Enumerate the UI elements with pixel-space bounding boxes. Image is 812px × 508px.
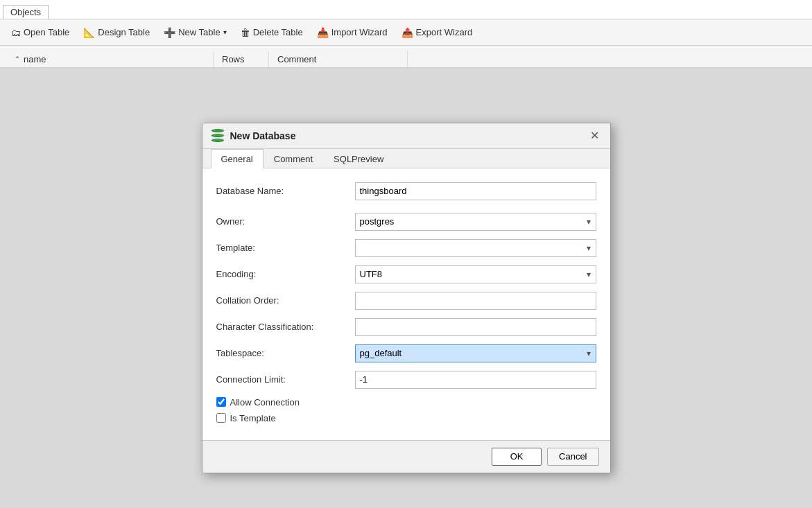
design-table-button[interactable]: 📐 Design Table xyxy=(78,25,155,40)
main-content: New Database ✕ General Comment SQLPrevie… xyxy=(0,68,812,508)
encoding-label: Encoding: xyxy=(216,269,355,279)
new-table-label: New Table xyxy=(178,27,220,37)
template-control xyxy=(355,239,596,257)
name-column-header[interactable]: name xyxy=(6,51,214,67)
is-template-checkbox[interactable] xyxy=(216,413,226,423)
allow-connection-label[interactable]: Allow Connection xyxy=(230,397,300,408)
modal-overlay: New Database ✕ General Comment SQLPrevie… xyxy=(0,68,812,508)
owner-select[interactable]: postgres xyxy=(355,213,596,231)
character-classification-input[interactable] xyxy=(355,318,596,336)
template-select[interactable] xyxy=(355,239,596,257)
connection-limit-input[interactable] xyxy=(355,371,596,389)
owner-row: Owner: postgres xyxy=(216,213,596,231)
dialog-title: New Database xyxy=(211,130,296,142)
comment-column-header: Comment xyxy=(269,51,408,67)
export-wizard-icon: 📤 xyxy=(401,27,413,38)
design-table-label: Design Table xyxy=(98,27,150,37)
tablespace-control: pg_default xyxy=(355,344,596,362)
tab-sqlpreview[interactable]: SQLPreview xyxy=(323,149,394,168)
objects-tab[interactable]: Objects xyxy=(3,5,49,19)
delete-table-icon: 🗑 xyxy=(241,27,250,38)
tab-comment[interactable]: Comment xyxy=(264,149,323,168)
delete-table-button[interactable]: 🗑 Delete Table xyxy=(235,25,309,40)
new-table-icon: ➕ xyxy=(164,27,175,38)
design-table-icon: 📐 xyxy=(83,27,95,38)
template-row: Template: xyxy=(216,239,596,257)
is-template-row: Is Template xyxy=(216,413,596,423)
export-wizard-button[interactable]: 📤 Export Wizard xyxy=(396,25,478,40)
is-template-label[interactable]: Is Template xyxy=(230,413,276,423)
character-classification-control xyxy=(355,318,596,336)
dialog-body: Database Name: Owner: postgres xyxy=(202,168,610,440)
database-icon xyxy=(211,130,225,142)
encoding-select[interactable]: UTF8 xyxy=(355,265,596,283)
database-name-label: Database Name: xyxy=(216,186,355,196)
encoding-control: UTF8 xyxy=(355,265,596,283)
toolbar: 🗂 Open Table 📐 Design Table ➕ New Table … xyxy=(0,19,812,46)
collation-order-input[interactable] xyxy=(355,292,596,310)
collation-order-row: Collation Order: xyxy=(216,292,596,310)
open-table-label: Open Table xyxy=(24,27,69,37)
export-wizard-label: Export Wizard xyxy=(416,27,473,37)
chevron-up-icon xyxy=(14,54,21,64)
connection-limit-control xyxy=(355,371,596,389)
encoding-row: Encoding: UTF8 xyxy=(216,265,596,283)
dialog-tabs: General Comment SQLPreview xyxy=(202,149,610,168)
open-table-icon: 🗂 xyxy=(11,27,21,38)
ok-button[interactable]: OK xyxy=(492,448,542,466)
rows-column-header: Rows xyxy=(214,51,269,67)
owner-label: Owner: xyxy=(216,216,355,227)
owner-control: postgres xyxy=(355,213,596,231)
tablespace-label: Tablespace: xyxy=(216,348,355,358)
open-table-button[interactable]: 🗂 Open Table xyxy=(6,25,75,40)
dialog-footer: OK Cancel xyxy=(202,440,610,473)
database-name-control xyxy=(355,182,596,200)
tablespace-select[interactable]: pg_default xyxy=(355,344,596,362)
dialog-close-button[interactable]: ✕ xyxy=(588,129,602,143)
database-name-input[interactable] xyxy=(355,182,596,200)
dropdown-arrow-icon: ▾ xyxy=(223,28,227,36)
connection-limit-label: Connection Limit: xyxy=(216,374,355,385)
collation-order-label: Collation Order: xyxy=(216,295,355,306)
tab-general[interactable]: General xyxy=(211,149,264,168)
cancel-button[interactable]: Cancel xyxy=(547,448,598,466)
database-name-row: Database Name: xyxy=(216,182,596,200)
dialog-title-text: New Database xyxy=(230,130,296,141)
import-wizard-button[interactable]: 📥 Import Wizard xyxy=(311,25,393,40)
collation-order-control xyxy=(355,292,596,310)
import-wizard-label: Import Wizard xyxy=(331,27,388,37)
new-table-button[interactable]: ➕ New Table ▾ xyxy=(158,25,232,40)
table-header: name Rows Comment xyxy=(0,46,812,68)
connection-limit-row: Connection Limit: xyxy=(216,371,596,389)
character-classification-label: Character Classification: xyxy=(216,322,355,332)
import-wizard-icon: 📥 xyxy=(317,27,329,38)
character-classification-row: Character Classification: xyxy=(216,318,596,336)
new-database-dialog: New Database ✕ General Comment SQLPrevie… xyxy=(202,123,611,473)
allow-connection-checkbox[interactable] xyxy=(216,397,226,407)
delete-table-label: Delete Table xyxy=(253,27,303,37)
tablespace-row: Tablespace: pg_default xyxy=(216,344,596,362)
allow-connection-row: Allow Connection xyxy=(216,397,596,408)
dialog-titlebar: New Database ✕ xyxy=(202,123,610,149)
template-label: Template: xyxy=(216,243,355,253)
